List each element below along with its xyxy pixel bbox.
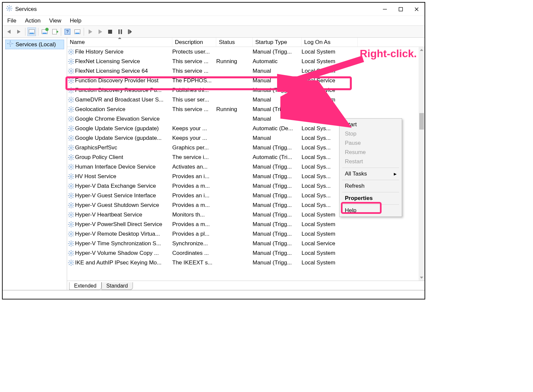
cell-startup-type: Manual (Trigg...: [253, 212, 302, 218]
table-row[interactable]: IKE and AuthIP IPsec Keying Mo...The IKE…: [67, 258, 425, 267]
cell-description: This service ...: [172, 58, 216, 65]
table-row[interactable]: Function Discovery Resource Pu...Publish…: [67, 85, 425, 95]
table-row[interactable]: FlexNet Licensing Service 64This service…: [67, 66, 425, 76]
show-hide-console-tree-button[interactable]: [27, 27, 36, 36]
svg-line-169: [69, 207, 70, 208]
start-service-button[interactable]: [86, 27, 95, 36]
cell-startup-type: Manual (Trigg...: [253, 164, 302, 170]
table-row[interactable]: Hyper-V Volume Shadow Copy ...Coordinate…: [67, 248, 425, 258]
ctx-restart[interactable]: Restart: [340, 157, 402, 166]
svg-line-149: [69, 184, 70, 185]
cell-name: FlexNet Licensing Service: [75, 58, 172, 65]
svg-line-59: [69, 88, 70, 89]
svg-line-159: [72, 197, 73, 198]
window-controls: [377, 3, 425, 16]
export-list-button[interactable]: [50, 27, 59, 36]
refresh-button[interactable]: [40, 27, 49, 36]
svg-point-126: [70, 166, 72, 168]
toolbar: ?: [3, 26, 425, 38]
ctx-resume[interactable]: Resume: [340, 148, 402, 157]
svg-line-224: [72, 260, 73, 261]
ctx-pause[interactable]: Pause: [340, 138, 402, 148]
cell-description: This user ser...: [172, 97, 216, 103]
svg-line-97: [69, 130, 70, 131]
table-row[interactable]: File History ServiceProtects user...Manu…: [67, 47, 425, 57]
start-service-button-2[interactable]: [96, 27, 104, 36]
ctx-properties[interactable]: Properties: [340, 194, 402, 203]
back-button[interactable]: [5, 27, 13, 36]
cell-name: Google Update Service (gupdate): [75, 125, 172, 132]
ctx-stop[interactable]: Stop: [340, 129, 402, 138]
svg-line-98: [72, 126, 73, 127]
restart-service-button[interactable]: [126, 27, 134, 36]
cell-name: HV Host Service: [75, 173, 172, 180]
minimize-button[interactable]: [377, 3, 393, 16]
gear-icon: [67, 231, 75, 237]
close-button[interactable]: [409, 3, 425, 16]
svg-line-33: [72, 63, 73, 64]
menu-file[interactable]: File: [7, 18, 16, 24]
column-description[interactable]: Description: [172, 38, 216, 47]
scroll-down-icon[interactable]: [419, 275, 425, 281]
vertical-scrollbar[interactable]: [419, 47, 425, 281]
svg-line-141: [72, 178, 73, 179]
svg-line-34: [69, 63, 70, 64]
svg-point-27: [70, 60, 72, 62]
statusbar: [3, 290, 425, 299]
maximize-button[interactable]: [393, 3, 409, 16]
tree-pane[interactable]: Services (Local): [3, 38, 67, 290]
tab-extended[interactable]: Extended: [69, 282, 102, 290]
svg-line-95: [69, 126, 70, 127]
cell-description: This service ...: [172, 68, 216, 74]
svg-line-116: [72, 145, 73, 146]
svg-line-223: [69, 264, 70, 265]
column-status[interactable]: Status: [216, 38, 253, 47]
cell-log-on-as: Local System: [302, 97, 358, 103]
column-name[interactable]: Name: [67, 38, 172, 47]
column-startup-type[interactable]: Startup Type: [253, 38, 302, 47]
svg-line-96: [72, 130, 73, 131]
svg-line-158: [69, 193, 70, 194]
help-button[interactable]: ?: [63, 27, 72, 36]
cell-startup-type: Automatic (De...: [253, 125, 302, 132]
stop-service-button[interactable]: [106, 27, 114, 36]
tab-standard[interactable]: Standard: [102, 282, 133, 290]
menu-action[interactable]: Action: [25, 18, 40, 24]
table-row[interactable]: FlexNet Licensing ServiceThis service ..…: [67, 57, 425, 66]
table-row[interactable]: Hyper-V Remote Desktop Virtua...Provides…: [67, 229, 425, 239]
ctx-refresh[interactable]: Refresh: [340, 181, 402, 191]
gear-icon: [67, 77, 75, 84]
svg-line-177: [72, 216, 73, 217]
svg-line-186: [72, 226, 73, 227]
svg-line-26: [72, 50, 73, 51]
ctx-all-tasks[interactable]: All Tasks▶: [340, 169, 402, 178]
svg-point-207: [70, 252, 72, 254]
table-row[interactable]: Hyper-V Time Synchronization S...Synchro…: [67, 239, 425, 248]
cell-name: Google Update Service (gupdate...: [75, 135, 172, 141]
scroll-up-icon[interactable]: [419, 47, 425, 53]
cell-description: This service ...: [172, 106, 216, 113]
cell-log-on-as: Local System: [302, 231, 358, 237]
cell-log-on-as: Local Service: [302, 87, 358, 94]
gear-icon: [67, 192, 75, 199]
table-row[interactable]: GameDVR and Broadcast User S...This user…: [67, 95, 425, 104]
svg-line-42: [72, 72, 73, 73]
svg-line-6: [11, 10, 11, 10]
pause-service-button[interactable]: [116, 27, 124, 36]
table-row[interactable]: Geolocation ServiceThis service ...Runni…: [67, 104, 425, 114]
forward-button[interactable]: [15, 27, 23, 36]
ctx-help[interactable]: Help: [340, 206, 402, 215]
table-row[interactable]: Function Discovery Provider HostThe FDPH…: [67, 76, 425, 85]
svg-line-35: [72, 59, 73, 60]
tree-node-services-local[interactable]: Services (Local): [5, 40, 64, 49]
table-row[interactable]: Hyper-V PowerShell Direct ServiceProvide…: [67, 219, 425, 229]
properties-button[interactable]: [73, 27, 82, 36]
cell-description: Keeps your ...: [172, 125, 216, 132]
ctx-start[interactable]: Start: [340, 120, 402, 129]
column-log-on-as[interactable]: Log On As: [302, 38, 358, 47]
menu-help[interactable]: Help: [70, 18, 81, 24]
cell-startup-type: Manual (Trigg...: [253, 259, 302, 266]
cell-startup-type: Manual: [253, 97, 302, 103]
menu-view[interactable]: View: [49, 18, 62, 24]
scrollbar-thumb[interactable]: [419, 113, 424, 130]
